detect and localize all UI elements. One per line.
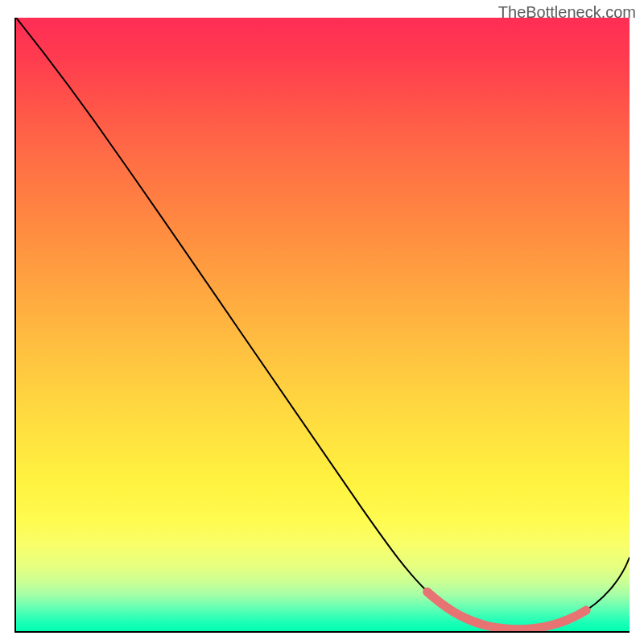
watermark-text: TheBottleneck.com: [498, 3, 636, 22]
bottleneck-curve: [16, 18, 630, 630]
plot-area: [14, 18, 630, 633]
optimal-segment-highlight: [427, 592, 586, 629]
chart-svg: [16, 18, 630, 631]
chart-container: TheBottleneck.com: [0, 0, 644, 644]
